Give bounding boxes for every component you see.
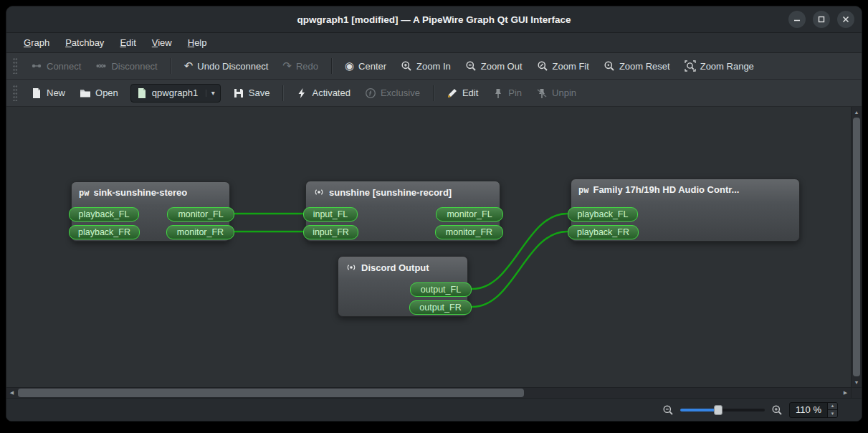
- scroll-left-icon[interactable]: ◀: [6, 388, 17, 398]
- horizontal-scrollbar[interactable]: ◀ ▶: [6, 388, 862, 399]
- port-playback-fr[interactable]: playback_FR: [69, 225, 140, 239]
- port-input-fl[interactable]: input_FL: [303, 207, 358, 222]
- new-file-icon: [31, 87, 42, 99]
- lightning-icon: [296, 87, 307, 99]
- toolbar-grip[interactable]: [13, 85, 18, 101]
- activated-button[interactable]: Activated: [290, 84, 356, 103]
- zoom-spinbox[interactable]: 110 % ▲ ▼: [789, 402, 838, 418]
- exclusive-button[interactable]: Exclusive: [358, 84, 426, 103]
- spin-down-icon[interactable]: ▼: [828, 410, 837, 417]
- close-button[interactable]: [837, 11, 854, 28]
- node-sink-sunshine-stereo[interactable]: pw sink-sunshine-stereo playback_FL play…: [71, 181, 230, 242]
- zoom-in-small-icon[interactable]: [771, 404, 783, 416]
- center-icon: ◉: [345, 61, 354, 71]
- zoom-slider[interactable]: [680, 409, 765, 411]
- undo-disconnect-button[interactable]: ↶ Undo Disconnect: [178, 57, 275, 75]
- node-title: Family 17h/19h HD Audio Contr...: [593, 184, 739, 195]
- graph-canvas[interactable]: pw sink-sunshine-stereo playback_FL play…: [6, 107, 851, 387]
- unpin-button[interactable]: Unpin: [530, 84, 583, 103]
- menu-patchbay[interactable]: Patchbay: [58, 35, 111, 50]
- unpin-icon: [536, 87, 548, 99]
- pin-button[interactable]: Pin: [486, 84, 528, 103]
- new-button[interactable]: New: [24, 84, 72, 103]
- redo-button[interactable]: ↷ Redo: [276, 57, 325, 75]
- port-playback-fr[interactable]: playback_FR: [568, 225, 639, 239]
- port-monitor-fl[interactable]: monitor_FL: [436, 207, 503, 222]
- unpin-label: Unpin: [552, 87, 576, 98]
- speaker-icon: [345, 262, 357, 273]
- zoom-out-icon: [465, 60, 477, 72]
- titlebar[interactable]: qpwgraph1 [modified] — A PipeWire Graph …: [6, 6, 862, 33]
- port-monitor-fr[interactable]: monitor_FR: [435, 225, 503, 239]
- menubar: Graph Patchbay Edit View Help: [6, 33, 862, 53]
- node-sunshine-record[interactable]: sunshine [sunshine-record] input_FL inpu…: [305, 181, 500, 242]
- node-title: Discord Output: [361, 262, 429, 273]
- open-button[interactable]: Open: [73, 84, 125, 103]
- port-output-fr[interactable]: output_FR: [409, 300, 472, 315]
- scroll-up-icon[interactable]: ▲: [852, 107, 862, 117]
- zoom-reset-button[interactable]: Zoom Reset: [597, 57, 677, 75]
- window-title: qpwgraph1 [modified] — A PipeWire Graph …: [297, 14, 571, 25]
- menu-view-accel: V: [152, 37, 158, 48]
- menu-graph-accel: G: [24, 37, 31, 48]
- menu-view[interactable]: View: [145, 35, 179, 50]
- port-input-fr[interactable]: input_FR: [303, 225, 358, 239]
- app-window: qpwgraph1 [modified] — A PipeWire Graph …: [6, 6, 862, 422]
- menu-patchbay-accel: P: [65, 37, 72, 48]
- minimize-icon: [793, 16, 801, 23]
- node-header: Discord Output: [338, 257, 467, 276]
- zoom-spin-arrows: ▲ ▼: [827, 403, 837, 417]
- connect-label: Connect: [47, 61, 81, 72]
- scroll-right-icon[interactable]: ▶: [840, 388, 851, 398]
- menu-help-rest: elp: [194, 37, 206, 48]
- vertical-scrollbar[interactable]: ▲ ▼: [851, 107, 862, 387]
- zoom-out-small-icon[interactable]: [662, 404, 674, 416]
- toolbar-separator: [171, 58, 171, 74]
- toolbar-separator: [433, 85, 434, 101]
- port-monitor-fl[interactable]: monitor_FL: [167, 207, 234, 222]
- spin-up-icon[interactable]: ▲: [828, 403, 837, 411]
- menu-help[interactable]: Help: [181, 35, 214, 50]
- edit-button[interactable]: Edit: [440, 84, 485, 103]
- toolbar-separator: [331, 58, 332, 74]
- node-discord-output[interactable]: Discord Output output_FL output_FR: [338, 256, 468, 317]
- horizontal-scrollbar-track[interactable]: [17, 388, 840, 398]
- port-monitor-fr[interactable]: monitor_FR: [166, 225, 234, 239]
- save-button[interactable]: Save: [226, 84, 277, 103]
- menu-graph[interactable]: Graph: [16, 35, 57, 50]
- toolbar-patchbay: New Open qpwgraph1 ▾ Save Activated Excl…: [6, 80, 862, 107]
- toolbar-grip[interactable]: [13, 58, 18, 74]
- canvas-row: pw sink-sunshine-stereo playback_FL play…: [6, 107, 862, 388]
- undo-icon: ↶: [184, 61, 194, 71]
- zoom-slider-handle[interactable]: [714, 405, 722, 415]
- node-family-hd-audio[interactable]: pw Family 17h/19h HD Audio Contr... play…: [571, 179, 800, 242]
- port-output-fl[interactable]: output_FL: [410, 282, 472, 297]
- menu-patchbay-rest: atchbay: [72, 37, 105, 48]
- zoom-out-button[interactable]: Zoom Out: [459, 57, 529, 75]
- vertical-scrollbar-thumb[interactable]: [853, 118, 860, 376]
- undo-disconnect-label: Undo Disconnect: [197, 61, 268, 72]
- zoom-fit-button[interactable]: Zoom Fit: [530, 57, 596, 75]
- zoom-slider-fill: [680, 409, 717, 411]
- zoom-value[interactable]: 110 %: [790, 403, 827, 417]
- connection-wire[interactable]: [472, 232, 567, 307]
- disconnect-button[interactable]: Disconnect: [89, 57, 163, 75]
- horizontal-scrollbar-thumb[interactable]: [18, 389, 524, 397]
- minimize-button[interactable]: [788, 11, 806, 28]
- pin-icon: [492, 87, 504, 99]
- chevron-down-icon: ▾: [206, 90, 215, 97]
- connect-button[interactable]: Connect: [24, 57, 87, 75]
- zoom-reset-label: Zoom Reset: [619, 61, 670, 72]
- menu-edit[interactable]: Edit: [113, 35, 143, 50]
- zoom-range-button[interactable]: Zoom Range: [678, 57, 760, 75]
- port-playback-fl[interactable]: playback_FL: [568, 207, 638, 222]
- patchbay-combo[interactable]: qpwgraph1 ▾: [130, 84, 221, 103]
- maximize-button[interactable]: [813, 11, 830, 28]
- zoom-in-button[interactable]: Zoom In: [394, 57, 457, 75]
- exclusive-icon: [365, 87, 376, 99]
- port-playback-fl[interactable]: playback_FL: [69, 207, 139, 222]
- center-button[interactable]: ◉ Center: [338, 57, 393, 75]
- zoom-reset-icon: [604, 60, 615, 72]
- patchbay-combo-value: qpwgraph1: [152, 87, 198, 98]
- scroll-down-icon[interactable]: ▼: [852, 377, 862, 387]
